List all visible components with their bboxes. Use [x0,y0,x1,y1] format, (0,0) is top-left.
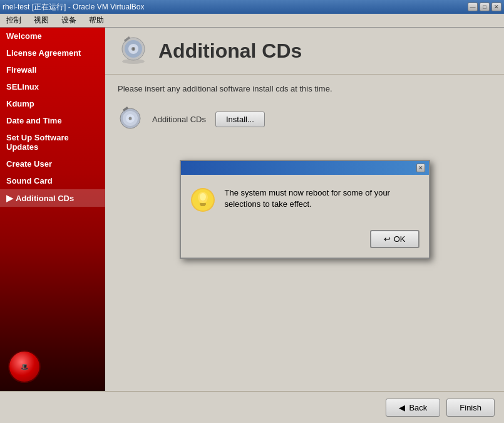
ok-icon: ↩ [384,234,391,244]
menu-devices[interactable]: 设备 [58,14,80,27]
bottom-bar: ◀ Back Finish [0,391,504,423]
menubar: 控制 视图 设备 帮助 [0,14,504,28]
content-area: Welcome License Agreement Firewall SELin… [0,28,504,391]
current-arrow-icon: ▶ [6,193,13,203]
close-button[interactable]: ✕ [491,3,501,11]
dialog-titlebar: ✕ [181,161,429,175]
sidebar-bottom: 🎩 [0,342,105,391]
finish-button[interactable]: Finish [446,399,495,417]
dialog-lightbulb-icon [190,187,215,212]
sidebar-item-sound-card[interactable]: Sound Card [0,172,105,189]
main-window: Welcome License Agreement Firewall SELin… [0,28,504,423]
sidebar-item-create-user[interactable]: Create User [0,155,105,172]
sidebar-item-welcome[interactable]: Welcome [0,28,105,44]
sidebar-item-datetime[interactable]: Date and Time [0,112,105,129]
back-arrow-icon: ◀ [399,403,405,412]
sidebar-item-software-updates[interactable]: Set Up Software Updates [0,129,105,155]
sidebar: Welcome License Agreement Firewall SELin… [0,28,105,391]
sidebar-item-license[interactable]: License Agreement [0,44,105,61]
dialog-message: The system must now reboot for some of y… [225,187,419,210]
sidebar-nav: Welcome License Agreement Firewall SELin… [0,28,105,342]
maximize-button[interactable]: □ [480,3,490,11]
menu-view[interactable]: 视图 [30,14,53,27]
svg-point-15 [200,193,206,201]
sidebar-item-kdump[interactable]: Kdump [0,95,105,112]
menu-help[interactable]: 帮助 [85,14,108,27]
titlebar-buttons: — □ ✕ [468,3,501,11]
dialog-body: The system must now reboot for some of y… [181,175,429,225]
dialog-footer: ↩ OK [181,225,429,258]
redhat-logo: 🎩 [5,347,100,386]
svg-rect-13 [200,203,206,205]
redhat-logo-circle: 🎩 [8,350,41,383]
reboot-dialog: ✕ [180,160,430,259]
sidebar-item-selinux[interactable]: SELinux [0,78,105,95]
sidebar-item-firewall[interactable]: Firewall [0,61,105,78]
titlebar-title: rhel-test [正在运行] - Oracle VM VirtualBox [3,2,145,13]
back-button[interactable]: ◀ Back [386,399,440,417]
dialog-overlay: ✕ [105,28,504,391]
minimize-button[interactable]: — [468,3,478,11]
sidebar-item-additional-cds[interactable]: ▶ Additional CDs [0,189,105,207]
menu-control[interactable]: 控制 [3,14,25,27]
svg-rect-14 [200,205,205,206]
titlebar: rhel-test [正在运行] - Oracle VM VirtualBox … [0,0,504,14]
main-content: Additional CDs Please insert any additio… [105,28,504,391]
ok-button[interactable]: ↩ OK [370,230,419,248]
dialog-close-button[interactable]: ✕ [416,164,425,172]
